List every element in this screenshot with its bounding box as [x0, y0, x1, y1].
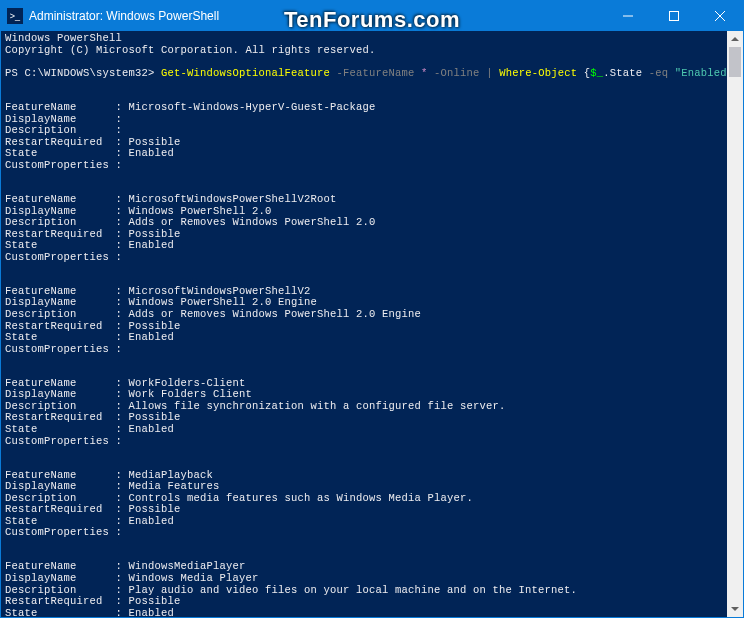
state-line: State : Enabled	[5, 608, 739, 617]
feature-block: FeatureName : WorkFolders-ClientDisplayN…	[5, 378, 739, 447]
window-title: Administrator: Windows PowerShell	[29, 9, 219, 23]
feature-block: FeatureName : MediaPlaybackDisplayName :…	[5, 470, 739, 539]
custom-properties-line: CustomProperties :	[5, 527, 739, 539]
svg-marker-5	[731, 607, 739, 611]
header-line-2: Copyright (C) Microsoft Corporation. All…	[5, 44, 376, 56]
powershell-icon: >_	[7, 8, 23, 24]
close-button[interactable]	[697, 1, 743, 31]
svg-rect-1	[670, 12, 679, 21]
chevron-down-icon	[731, 607, 739, 611]
feature-block: FeatureName : Microsoft-Windows-HyperV-G…	[5, 102, 739, 171]
feature-name-line: FeatureName : MicrosoftWindowsPowerShell…	[5, 194, 739, 206]
scroll-down-button[interactable]	[727, 601, 743, 617]
custom-properties-line: CustomProperties :	[5, 252, 739, 264]
powershell-window: >_ Administrator: Windows PowerShell Win…	[0, 0, 744, 618]
chevron-up-icon	[731, 37, 739, 41]
state-line: State : Enabled	[5, 332, 739, 344]
svg-marker-4	[731, 37, 739, 41]
state-line: State : Enabled	[5, 424, 739, 436]
display-name-line: DisplayName : Windows Media Player	[5, 573, 739, 585]
console-output: Windows PowerShell Copyright (C) Microso…	[1, 31, 743, 617]
header-line-1: Windows PowerShell	[5, 32, 122, 44]
scroll-up-button[interactable]	[727, 31, 743, 47]
maximize-button[interactable]	[651, 1, 697, 31]
console-body[interactable]: Windows PowerShell Copyright (C) Microso…	[1, 31, 743, 617]
restart-required-line: RestartRequired : Possible	[5, 596, 739, 608]
scroll-thumb[interactable]	[729, 47, 741, 77]
display-name-line: DisplayName : Media Features	[5, 481, 739, 493]
feature-block: FeatureName : WindowsMediaPlayerDisplayN…	[5, 561, 739, 617]
scroll-track[interactable]	[727, 47, 743, 601]
minimize-icon	[623, 11, 633, 21]
feature-block: FeatureName : MicrosoftWindowsPowerShell…	[5, 194, 739, 263]
titlebar[interactable]: >_ Administrator: Windows PowerShell	[1, 1, 743, 31]
description-line: Description : Adds or Removes Windows Po…	[5, 309, 739, 321]
custom-properties-line: CustomProperties :	[5, 344, 739, 356]
minimize-button[interactable]	[605, 1, 651, 31]
custom-properties-line: CustomProperties :	[5, 160, 739, 172]
maximize-icon	[669, 11, 679, 21]
window-controls	[605, 1, 743, 31]
feature-block: FeatureName : MicrosoftWindowsPowerShell…	[5, 286, 739, 355]
prompt-line: PS C:\WINDOWS\system32> Get-WindowsOptio…	[5, 67, 740, 79]
close-icon	[715, 11, 725, 21]
custom-properties-line: CustomProperties :	[5, 436, 739, 448]
vertical-scrollbar[interactable]	[727, 31, 743, 617]
